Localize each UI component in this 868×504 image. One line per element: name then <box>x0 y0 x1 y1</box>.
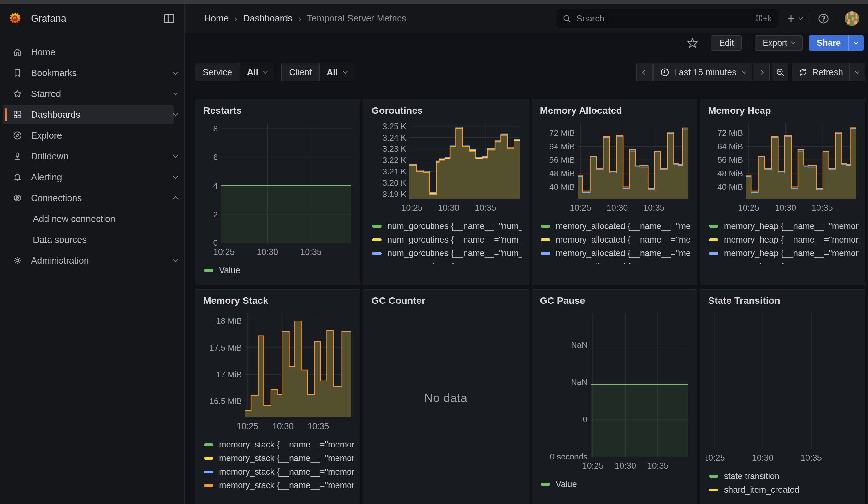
legend-label[interactable]: memory_heap {__name__="memory_h <box>724 235 859 245</box>
panel-title[interactable]: GC Counter <box>372 295 522 306</box>
legend-item[interactable]: num_goroutines {__name__="num_go <box>370 247 522 260</box>
chart-area[interactable]: 16.5 MiB17 MiB17.5 MiB18 MiB10:2510:3010… <box>202 310 354 434</box>
chart-area[interactable]: No data <box>370 310 522 487</box>
favorite-star-icon[interactable] <box>687 37 698 49</box>
legend-item[interactable]: memory_allocated {__name__="memo <box>538 219 691 233</box>
legend-item[interactable]: memory_stack {__name__="memory_s <box>202 438 354 452</box>
legend-label[interactable]: Value <box>556 480 577 489</box>
sidebar-link-alerting[interactable]: Alerting <box>2 168 174 187</box>
chart-svg[interactable]: 0 seconds0NaNNaN10:2510:3010:35 <box>538 310 691 472</box>
export-button[interactable]: Export <box>755 35 803 51</box>
chart-svg[interactable]: 16.5 MiB17 MiB17.5 MiB18 MiB10:2510:3010… <box>202 310 354 432</box>
service-filter-value[interactable]: All <box>240 63 274 81</box>
client-filter-value[interactable]: All <box>319 63 354 81</box>
panel-title[interactable]: Memory Stack <box>203 295 354 306</box>
legend-label[interactable]: memory_stack {__name__="memory_s <box>219 481 354 491</box>
service-filter[interactable]: Service All <box>195 63 274 81</box>
refresh-button[interactable]: Refresh <box>792 63 850 81</box>
edit-button[interactable]: Edit <box>711 35 742 51</box>
sidebar-link-home[interactable]: Home <box>2 43 177 62</box>
legend-label[interactable]: num_goroutines {__name__="num_go <box>387 222 522 231</box>
sidebar-link-add-new-connection[interactable]: Add new connection <box>2 209 177 228</box>
breadcrumb-home[interactable]: Home <box>204 13 228 24</box>
chevron-down-icon[interactable] <box>173 70 178 75</box>
zoom-out-button[interactable] <box>772 63 788 81</box>
legend-item[interactable]: num_goroutines {__name__="num_go <box>370 219 522 233</box>
legend-item[interactable]: memory_allocated {__name__="memo <box>538 247 691 260</box>
user-avatar[interactable] <box>845 11 859 26</box>
sidebar-link-connections[interactable]: Connections <box>2 188 174 207</box>
legend-label[interactable]: memory_heap {__name__="memory_h <box>724 222 859 231</box>
chart-area[interactable]: 10:2510:3010:35 <box>706 310 859 465</box>
share-button[interactable]: Share <box>809 35 848 51</box>
chart-svg[interactable]: 3.19 K3.20 K3.21 K3.22 K3.23 K3.24 K3.25… <box>370 120 522 214</box>
chart-svg[interactable]: 10:2510:3010:35 <box>706 310 859 464</box>
sidebar-link-drilldown[interactable]: Drilldown <box>2 147 174 166</box>
chart-svg[interactable]: 0246810:2510:3010:35 <box>202 120 354 258</box>
panel-title[interactable]: GC Pause <box>540 295 691 306</box>
legend-item[interactable]: num_goroutines {__name__="num_go <box>370 260 522 264</box>
chevron-down-icon[interactable] <box>173 111 178 116</box>
legend-item[interactable]: Value <box>538 477 691 491</box>
legend-item[interactable]: memory_stack {__name__="memory_s <box>202 465 354 479</box>
share-menu-button[interactable] <box>848 35 864 51</box>
legend-item[interactable]: memory_heap {__name__="memory_h <box>706 260 859 264</box>
sidebar-link-bookmarks[interactable]: Bookmarks <box>2 63 174 82</box>
legend-label[interactable]: Value <box>219 266 240 275</box>
panel-title[interactable]: Goroutines <box>372 105 522 116</box>
legend-item[interactable]: state transition <box>706 470 859 483</box>
legend-item[interactable]: shard_item_created <box>706 483 859 497</box>
legend-label[interactable]: shard_item_created <box>724 485 799 495</box>
legend-item[interactable]: num_goroutines {__name__="num_go <box>370 233 522 247</box>
legend-label[interactable]: num_goroutines {__name__="num_go <box>387 235 522 245</box>
legend-label[interactable]: memory_stack {__name__="memory_s <box>219 440 354 450</box>
legend-label[interactable]: num_goroutines {__name__="num_go <box>387 248 522 258</box>
legend-item[interactable]: memory_stack {__name__="memory_s <box>202 452 354 465</box>
legend-label[interactable]: memory_allocated {__name__="memo <box>556 222 691 231</box>
time-forward-button[interactable] <box>753 63 769 81</box>
help-button[interactable] <box>818 13 829 24</box>
refresh-interval-button[interactable] <box>850 63 865 81</box>
client-filter[interactable]: Client All <box>281 63 354 81</box>
legend-item[interactable]: memory_allocated {__name__="memo <box>538 233 691 247</box>
legend-label[interactable]: memory_allocated {__name__="memo <box>556 235 691 245</box>
legend-label[interactable]: memory_heap {__name__="memory_h <box>724 248 859 258</box>
chart-area[interactable]: 0246810:2510:3010:35 <box>202 120 354 259</box>
chart-area[interactable]: 3.19 K3.20 K3.21 K3.22 K3.23 K3.24 K3.25… <box>370 120 522 215</box>
chart-area[interactable]: 40 MiB48 MiB56 MiB64 MiB72 MiB10:2510:30… <box>538 120 691 215</box>
legend-label[interactable]: memory_allocated {__name__="memo <box>556 262 691 264</box>
chevron-down-icon[interactable] <box>173 257 178 263</box>
legend-item[interactable]: Value <box>202 264 354 277</box>
legend-item[interactable]: memory_stack {__name__="memory_s <box>202 479 354 492</box>
chart-svg[interactable]: 40 MiB48 MiB56 MiB64 MiB72 MiB10:2510:30… <box>538 120 691 214</box>
chevron-down-icon[interactable] <box>173 174 178 179</box>
legend-item[interactable]: memory_heap {__name__="memory_h <box>706 219 859 233</box>
chevron-up-icon[interactable] <box>173 196 178 202</box>
chevron-down-icon[interactable] <box>173 90 178 96</box>
panel-title[interactable]: Memory Heap <box>708 105 859 116</box>
legend-label[interactable]: memory_heap {__name__="memory_h <box>724 262 859 264</box>
sidebar-link-administration[interactable]: Administration <box>2 251 174 270</box>
legend-item[interactable]: memory_heap {__name__="memory_h <box>706 233 859 247</box>
search-input[interactable]: Search... ⌘+k <box>556 9 778 28</box>
panel-title[interactable]: Restarts <box>203 105 354 116</box>
legend-item[interactable]: memory_allocated {__name__="memo <box>538 260 691 264</box>
sidebar-link-explore[interactable]: Explore <box>2 126 177 145</box>
legend-label[interactable]: memory_stack {__name__="memory_s <box>219 453 354 463</box>
time-back-button[interactable] <box>636 63 653 81</box>
panel-title[interactable]: State Transition <box>708 295 859 306</box>
sidebar-link-starred[interactable]: Starred <box>2 84 174 103</box>
legend-label[interactable]: memory_stack {__name__="memory_s <box>219 467 354 477</box>
legend-label[interactable]: state transition <box>724 472 779 481</box>
chevron-down-icon[interactable] <box>173 153 178 158</box>
legend-item[interactable]: memory_heap {__name__="memory_h <box>706 247 859 260</box>
collapse-sidebar-icon[interactable] <box>164 13 175 24</box>
legend-label[interactable]: num_goroutines {__name__="num_go <box>387 262 522 264</box>
chart-area[interactable]: 0 seconds0NaNNaN10:2510:3010:35 <box>538 310 691 473</box>
legend-label[interactable]: memory_allocated {__name__="memo <box>556 248 691 258</box>
sidebar-link-data-sources[interactable]: Data sources <box>2 230 177 249</box>
time-range-picker[interactable]: Last 15 minutes <box>653 63 753 81</box>
sidebar-link-dashboards[interactable]: Dashboards <box>2 105 174 124</box>
breadcrumb-dashboards[interactable]: Dashboards <box>243 13 292 24</box>
chart-svg[interactable]: 40 MiB48 MiB56 MiB64 MiB72 MiB10:2510:30… <box>706 120 859 214</box>
